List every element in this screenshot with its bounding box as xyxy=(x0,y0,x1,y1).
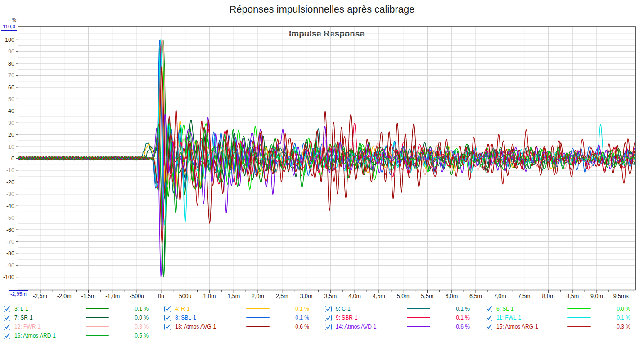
x-tick-label: 9,0m xyxy=(590,293,603,299)
legend-item-ch8: 8: SBL-1-0,1 % xyxy=(161,313,321,322)
legend-item-ch14: 14: Atmos AVD-1-0,6 % xyxy=(321,322,482,331)
checkbox-checked-icon[interactable] xyxy=(164,306,171,312)
legend-channel-label[interactable]: 3: L-1 xyxy=(14,306,86,312)
legend-percent-value: 0,0 % xyxy=(113,315,161,321)
legend-line-swatch xyxy=(246,326,270,327)
checkbox-checked-icon[interactable] xyxy=(486,324,492,330)
y-tick-label: 0 xyxy=(11,156,14,162)
y-tick-label: 80 xyxy=(8,61,14,67)
legend-line-swatch xyxy=(407,317,430,318)
legend-item-ch5: 5: C-1-0,1 % xyxy=(321,304,482,313)
y-tick-label: 20 xyxy=(8,132,14,138)
x-tick-label: 3,5m xyxy=(324,293,337,299)
legend-channel-label[interactable]: 9: SBR-1 xyxy=(336,315,407,321)
legend-percent-value: -0,1 % xyxy=(434,315,482,321)
x-tick-label: 9,5ms xyxy=(613,293,629,299)
legend-percent-value: -0,1 % xyxy=(273,306,321,312)
y-tick-label: -100 xyxy=(3,274,14,280)
y-tick-label: -40 xyxy=(6,203,14,209)
legend-line-swatch xyxy=(567,326,591,327)
checkbox-checked-icon[interactable] xyxy=(486,306,492,312)
legend-item-ch3: 3: L-1-0,1 % xyxy=(0,304,161,313)
legend-channel-label[interactable]: 8: SBL-1 xyxy=(175,315,246,321)
checkbox-checked-icon[interactable] xyxy=(325,315,332,321)
legend-line-swatch xyxy=(567,308,591,309)
series-line-ch15 xyxy=(18,110,635,244)
x-axis-left-limit-box[interactable]: -2,95m xyxy=(9,290,28,298)
axis-tick-labels: 1009080706050403020100-10-20-30-40-50-60… xyxy=(3,37,629,299)
legend-line-swatch xyxy=(86,308,109,309)
legend-item-ch7: 7: SR-10,0 % xyxy=(0,313,161,322)
legend-item-ch16: 16: Atmos ARD-1-0,5 % xyxy=(0,331,161,340)
series-line-ch14 xyxy=(18,114,635,277)
legend-channel-label[interactable]: 6: SL-1 xyxy=(496,306,567,312)
chart-title: Impulse Response xyxy=(201,29,453,39)
y-tick-label: -10 xyxy=(6,167,14,173)
y-tick-label: 100 xyxy=(5,37,14,43)
impulse-chart-canvas: 1009080706050403020100-10-20-30-40-50-60… xyxy=(0,0,644,351)
x-tick-label: -1,5m xyxy=(81,293,96,299)
checkbox-checked-icon[interactable] xyxy=(325,324,332,330)
series-line-ch3 xyxy=(18,40,635,196)
legend-channel-label[interactable]: 7: SR-1 xyxy=(14,315,86,321)
x-tick-label: -2,5m xyxy=(33,293,47,299)
grid-lines xyxy=(18,27,635,290)
legend-line-swatch xyxy=(86,317,109,318)
x-tick-label: 2,0m xyxy=(252,293,264,299)
legend-percent-value: -0,5 % xyxy=(113,333,161,339)
y-tick-label: -80 xyxy=(6,250,14,257)
legend-channel-label[interactable]: 15: Atmos ARG-1 xyxy=(496,324,567,330)
series-line-ch11 xyxy=(18,40,635,225)
page-title: Réponses impulsionnelles après calibrage xyxy=(0,4,644,15)
legend-channel-label[interactable]: 5: C-1 xyxy=(336,306,407,312)
series-line-ch8 xyxy=(18,40,635,194)
legend-item-ch15: 15: Atmos ARG-1-0,3 % xyxy=(482,322,643,331)
y-tick-label: -70 xyxy=(6,239,14,245)
series-line-ch9 xyxy=(18,41,635,199)
y-tick-label: 30 xyxy=(8,120,14,126)
x-tick-label: 2,5m xyxy=(276,293,288,299)
legend-line-swatch xyxy=(86,335,109,336)
legend-item-ch4: 4: R-1-0,1 % xyxy=(161,304,321,313)
legend-channel-label[interactable]: 13: Atmos AVG-1 xyxy=(175,324,246,330)
series-line-ch16 xyxy=(18,123,635,277)
y-tick-label: 60 xyxy=(8,84,14,91)
x-tick-label: -500u xyxy=(130,293,144,299)
checkbox-checked-icon[interactable] xyxy=(164,324,171,330)
checkbox-checked-icon[interactable] xyxy=(486,315,492,321)
series-line-ch6 xyxy=(18,40,635,203)
checkbox-checked-icon[interactable] xyxy=(4,333,10,339)
plot-border xyxy=(18,27,636,290)
y-axis-unit-label: % xyxy=(12,17,16,22)
x-tick-label: 1,0m xyxy=(203,293,216,299)
x-tick-label: 4,0m xyxy=(348,293,361,299)
legend-channel-label[interactable]: 12: FWR-1 xyxy=(14,324,86,330)
y-tick-label: 90 xyxy=(8,49,14,55)
legend-channel-label[interactable]: 16: Atmos ARD-1 xyxy=(14,333,86,339)
checkbox-checked-icon[interactable] xyxy=(325,306,332,312)
legend-item-ch9: 9: SBR-1-0,1 % xyxy=(321,313,482,322)
impulse-response-window: Réponses impulsionnelles après calibrage… xyxy=(0,0,644,351)
y-axis-top-limit-box[interactable]: 110,0 xyxy=(1,23,17,31)
series-line-ch5 xyxy=(18,44,635,198)
y-tick-label: -60 xyxy=(6,227,14,233)
x-tick-label: 6,0m xyxy=(445,293,458,299)
legend-line-swatch xyxy=(407,326,430,327)
legend-item-ch13: 13: Atmos AVG-1-0,6 % xyxy=(161,322,321,331)
legend-percent-value: 0,0 % xyxy=(594,306,643,312)
legend-line-swatch xyxy=(246,308,270,309)
x-tick-label: 8,5m xyxy=(566,293,579,299)
legend-line-swatch xyxy=(86,326,109,327)
legend-channel-label[interactable]: 14: Atmos AVD-1 xyxy=(336,324,407,330)
legend-item-ch12: 12: FWR-1-0,3 % xyxy=(0,322,161,331)
y-tick-label: 40 xyxy=(8,108,14,114)
legend-channel-label[interactable]: 4: R-1 xyxy=(175,306,246,312)
checkbox-checked-icon[interactable] xyxy=(4,324,10,330)
checkbox-checked-icon[interactable] xyxy=(4,306,10,312)
x-tick-label: 1,5m xyxy=(227,293,240,299)
checkbox-checked-icon[interactable] xyxy=(4,315,10,321)
series-line-ch7 xyxy=(18,120,635,277)
legend-channel-label[interactable]: 11: FWL-1 xyxy=(496,315,567,321)
x-tick-label: 6,5m xyxy=(469,293,482,299)
checkbox-checked-icon[interactable] xyxy=(164,315,171,321)
